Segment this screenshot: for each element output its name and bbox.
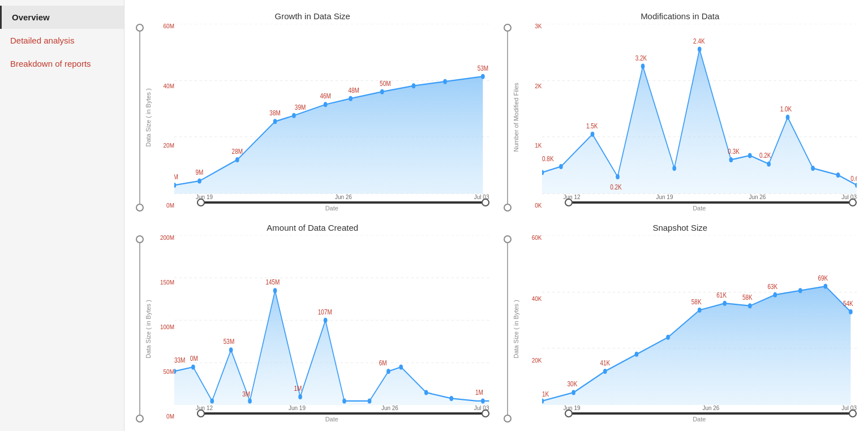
slider-thumb-right-mod[interactable]: [849, 199, 857, 206]
x-ticks-growth: Jun 19 Jun 26 Jul 03: [174, 194, 489, 200]
svg-point-37: [729, 157, 733, 162]
circle-top-snapshot: [504, 235, 512, 243]
svg-point-69: [386, 368, 390, 373]
svg-point-90: [603, 368, 607, 373]
circle-top-mod: [504, 24, 512, 32]
svg-text:9M: 9M: [196, 168, 204, 177]
sidebar-item-overview[interactable]: Overview: [0, 6, 124, 29]
svg-point-38: [747, 153, 751, 158]
svg-point-93: [697, 307, 701, 312]
y-tick: 40M: [164, 84, 174, 89]
slider-track-created[interactable]: [197, 412, 489, 415]
slider-thumb-left-mod[interactable]: [565, 199, 573, 206]
svg-point-60: [191, 364, 195, 369]
svg-text:54K: 54K: [843, 299, 853, 308]
x-label-mod: Date: [542, 205, 857, 212]
svg-container-created: 33M 0M 53M 3M 145M 1M 107M 6M 1M Jun 12 …: [174, 235, 489, 423]
svg-point-12: [380, 89, 384, 94]
y-tick: 0K: [535, 203, 542, 209]
x-tick: Jun 19: [289, 405, 306, 411]
y-tick: 0M: [166, 203, 174, 209]
svg-text:3.2K: 3.2K: [635, 53, 647, 62]
svg-text:69K: 69K: [818, 273, 828, 282]
slider-thumb-left-growth[interactable]: [197, 199, 205, 206]
y-label-created: Data Size ( in Bytes ): [145, 235, 152, 423]
slider-row-created: [174, 412, 489, 415]
svg-point-40: [785, 115, 789, 120]
y-axis-line-growth: [136, 24, 144, 212]
svg-text:46M: 46M: [320, 92, 330, 101]
slider-thumb-right-growth[interactable]: [482, 199, 489, 206]
svg-point-65: [298, 394, 302, 399]
sidebar-item-detailed-analysis[interactable]: Detailed analysis: [0, 29, 124, 52]
chart-title-snapshot: Snapshot Size: [652, 223, 707, 232]
svg-point-96: [773, 292, 777, 297]
svg-container-growth: 3M 9M 28M 38M 39M 46M 48M 50M 53M Jun 19…: [174, 24, 489, 212]
svg-text:6M: 6M: [379, 358, 387, 367]
chart-data-created: Amount of Data Created Data Size ( in By…: [130, 217, 495, 426]
svg-point-42: [836, 173, 840, 178]
svg-container-mod: 0.8K 1.5K 0.2K 3.2K 2.4K 0.3K 0.2K 1.0K …: [542, 24, 857, 212]
svg-text:1.0K: 1.0K: [780, 104, 792, 113]
main-content: Growth in Data Size Data Size ( in Bytes…: [124, 0, 868, 431]
slider-thumb-left-snapshot[interactable]: [565, 410, 573, 417]
slider-thumb-left-created[interactable]: [197, 410, 205, 417]
svg-text:48M: 48M: [348, 85, 359, 94]
chart-title-created: Amount of Data Created: [267, 223, 358, 232]
svg-text:0.6K: 0.6K: [850, 174, 857, 183]
sidebar-label-detailed-analysis: Detailed analysis: [10, 36, 74, 45]
x-tick: Jun 19: [656, 194, 673, 200]
x-ticks-created: Jun 12 Jun 19 Jun 26 Jul 03: [174, 405, 489, 411]
svg-text:0.2K: 0.2K: [610, 182, 622, 191]
svg-point-35: [672, 166, 676, 171]
svg-text:58K: 58K: [742, 292, 752, 301]
svg-point-36: [697, 47, 701, 52]
svg-point-89: [571, 390, 575, 395]
sidebar-item-breakdown[interactable]: Breakdown of reports: [0, 52, 124, 75]
y-tick: 0M: [166, 414, 174, 420]
svg-point-6: [197, 178, 201, 183]
slider-thumb-right-created[interactable]: [482, 410, 489, 417]
y-ticks-mod: 3K 2K 1K 0K: [521, 24, 542, 212]
slider-track-mod[interactable]: [565, 201, 857, 204]
svg-point-99: [849, 309, 853, 314]
svg-text:1.5K: 1.5K: [586, 121, 598, 130]
y-tick: 20K: [532, 358, 542, 364]
slider-track-snapshot[interactable]: [565, 412, 857, 415]
svg-point-33: [616, 174, 620, 179]
svg-text:0.3K: 0.3K: [728, 146, 740, 156]
y-label-snapshot: Data Size ( in Bytes ): [513, 235, 519, 423]
slider-row-mod: [542, 201, 857, 204]
y-tick: 1K: [535, 143, 542, 149]
x-ticks-snapshot: Jun 19 Jun 26 Jul 03: [542, 405, 857, 411]
svg-point-92: [666, 334, 670, 339]
x-label-created: Date: [174, 416, 489, 423]
y-ticks-snapshot: 60K 40K 20K: [521, 235, 542, 423]
chart-growth-data-size: Growth in Data Size Data Size ( in Bytes…: [130, 6, 495, 214]
svg-text:61K: 61K: [716, 290, 727, 299]
sidebar: Overview Detailed analysis Breakdown of …: [0, 0, 124, 431]
svg-point-13: [412, 83, 416, 88]
svg-text:2.4K: 2.4K: [693, 36, 705, 45]
chart-svg-mod: 0.8K 1.5K 0.2K 3.2K 2.4K 0.3K 0.2K 1.0K …: [542, 24, 857, 194]
svg-text:1M: 1M: [475, 387, 483, 396]
slider-row-snapshot: [542, 412, 857, 415]
svg-text:145M: 145M: [265, 277, 280, 286]
svg-point-63: [248, 398, 252, 403]
chart-svg-snapshot: 1K 30K 41K 58K 61K 58K 63K 69K 54K: [542, 235, 857, 406]
svg-point-7: [235, 157, 239, 162]
svg-point-41: [811, 166, 815, 171]
svg-point-95: [747, 303, 751, 308]
slider-thumb-right-snapshot[interactable]: [849, 410, 857, 417]
svg-text:30K: 30K: [567, 379, 577, 388]
svg-point-67: [342, 398, 346, 403]
slider-track-growth[interactable]: [197, 201, 489, 204]
y-axis-line-created: [136, 235, 144, 423]
svg-point-62: [229, 347, 233, 352]
svg-text:107M: 107M: [318, 307, 332, 316]
y-label-mod: Number of Modified Files: [513, 24, 519, 212]
svg-point-73: [481, 398, 485, 403]
chart-snapshot-size: Snapshot Size Data Size ( in Bytes ) 60K…: [498, 217, 863, 426]
vert-line-snapshot: [507, 243, 508, 415]
x-tick: Jun 26: [702, 405, 719, 411]
